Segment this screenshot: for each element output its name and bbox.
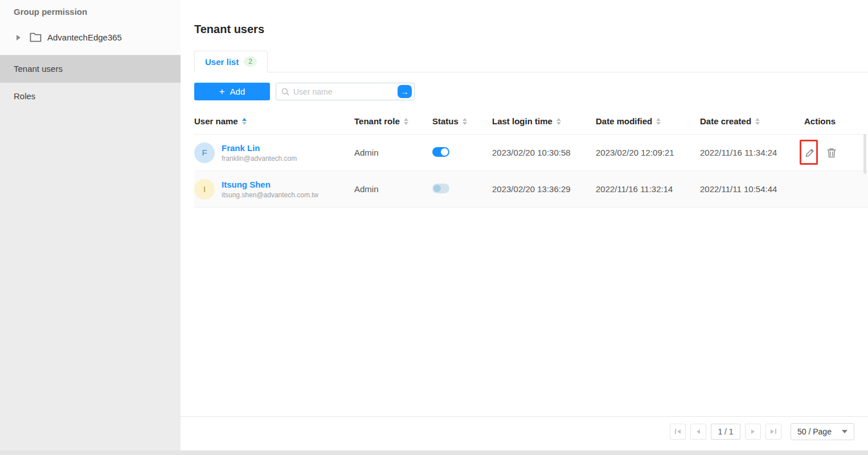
tab-bar: User list 2 <box>194 51 868 72</box>
tree-node-advantechedge365[interactable]: AdvantechEdge365 <box>0 32 181 42</box>
triangle-right-icon <box>771 429 774 434</box>
column-label: Date modified <box>596 116 652 126</box>
status-toggle[interactable] <box>432 184 449 193</box>
last-login-cell: 2023/02/20 10:30:58 <box>492 135 596 171</box>
user-email: itsung.shen@advantech.com.tw <box>222 191 318 199</box>
edit-button[interactable] <box>804 147 816 159</box>
last-page-button[interactable] <box>765 424 781 440</box>
column-header-date-created[interactable]: Date created <box>700 108 804 135</box>
add-button[interactable]: + Add <box>194 83 270 100</box>
users-table: User name Tenant role Status Last login … <box>194 108 868 208</box>
sidebar-item-roles[interactable]: Roles <box>0 83 181 110</box>
search-submit-button[interactable]: → <box>398 85 412 98</box>
avatar: F <box>194 143 215 163</box>
column-label: Actions <box>804 116 836 126</box>
column-label: Date created <box>700 116 751 126</box>
toggle-knob <box>441 148 448 156</box>
sidebar-item-tenant-users[interactable]: Tenant users <box>0 55 181 83</box>
table-row: F Frank Lin franklin@advantech.com Admin… <box>194 135 868 171</box>
search-box: → <box>276 83 415 100</box>
column-label: Tenant role <box>354 116 400 126</box>
status-toggle[interactable] <box>432 147 449 157</box>
trash-icon <box>826 147 837 159</box>
pagination-bar: 1 / 1 50 / Page <box>181 416 868 446</box>
sort-icon[interactable] <box>462 118 467 125</box>
column-header-user-name[interactable]: User name <box>194 108 354 135</box>
column-header-actions: Actions <box>804 108 868 135</box>
tree-node-label: AdvantechEdge365 <box>47 32 122 42</box>
column-header-status[interactable]: Status <box>432 108 492 135</box>
toggle-knob <box>433 185 441 192</box>
first-page-button[interactable] <box>670 424 686 440</box>
search-input[interactable] <box>293 87 398 96</box>
date-modified-cell: 2022/11/16 11:32:14 <box>596 171 700 208</box>
main-panel: Tenant users User list 2 + Add → <box>181 0 868 450</box>
table-row: I Itsung Shen itsung.shen@advantech.com.… <box>194 171 868 208</box>
tab-user-list[interactable]: User list 2 <box>194 51 268 72</box>
arrow-right-icon: → <box>401 88 409 96</box>
table-header-row: User name Tenant role Status Last login … <box>194 108 868 135</box>
date-modified-cell: 2023/02/20 12:09:21 <box>596 135 700 171</box>
edit-pencil-icon <box>804 147 816 159</box>
column-label: User name <box>194 116 238 126</box>
column-label: Last login time <box>492 116 552 126</box>
sort-icon[interactable] <box>404 118 408 125</box>
sidebar-menu: Tenant users Roles <box>0 55 181 110</box>
group-permission-heading: Group permission <box>14 7 181 17</box>
column-header-last-login-time[interactable]: Last login time <box>492 108 596 135</box>
tab-label: User list <box>205 57 239 67</box>
triangle-left-icon <box>677 429 681 434</box>
first-page-icon <box>675 429 676 434</box>
sidebar-item-label: Tenant users <box>14 64 63 74</box>
next-page-button[interactable] <box>745 424 761 440</box>
sort-icon[interactable] <box>556 118 561 125</box>
toolbar: + Add → <box>194 83 868 100</box>
delete-button[interactable] <box>826 147 837 159</box>
user-email: franklin@advantech.com <box>222 155 297 162</box>
column-header-date-modified[interactable]: Date modified <box>596 108 700 135</box>
add-button-label: Add <box>230 87 245 96</box>
page-title: Tenant users <box>194 23 868 36</box>
vertical-scrollbar[interactable] <box>863 134 866 174</box>
page-size-select[interactable]: 50 / Page <box>791 423 854 440</box>
column-header-tenant-role[interactable]: Tenant role <box>354 108 432 135</box>
tenant-role-cell: Admin <box>354 135 432 171</box>
expand-caret-icon[interactable] <box>17 35 21 40</box>
current-page-indicator: 1 / 1 <box>711 424 740 440</box>
date-created-cell: 2022/11/16 11:34:24 <box>700 135 804 171</box>
date-created-cell: 2022/11/11 10:54:44 <box>700 171 804 208</box>
triangle-right-icon <box>751 429 755 434</box>
user-name-link[interactable]: Frank Lin <box>222 143 297 153</box>
prev-page-button[interactable] <box>690 424 706 440</box>
sort-icon[interactable] <box>242 118 247 125</box>
sidebar: Group permission AdvantechEdge365 Tenant… <box>0 0 181 455</box>
group-permission-panel: Group permission AdvantechEdge365 <box>0 0 181 55</box>
last-login-cell: 2023/02/20 13:36:29 <box>492 171 596 208</box>
sidebar-item-label: Roles <box>14 91 35 101</box>
horizontal-scrollbar[interactable] <box>0 450 868 455</box>
last-page-icon <box>775 429 776 434</box>
search-icon <box>281 87 290 96</box>
chevron-down-icon <box>842 430 847 433</box>
tab-count-badge: 2 <box>244 56 257 67</box>
plus-icon: + <box>219 87 225 96</box>
tenant-role-cell: Admin <box>354 171 432 208</box>
triangle-left-icon <box>697 429 700 434</box>
page-size-value: 50 / Page <box>797 427 832 436</box>
user-name-link[interactable]: Itsung Shen <box>222 180 318 189</box>
folder-icon <box>30 32 42 42</box>
sort-icon[interactable] <box>755 118 760 125</box>
sort-icon[interactable] <box>656 118 661 125</box>
column-label: Status <box>432 116 458 126</box>
avatar: I <box>194 179 215 200</box>
